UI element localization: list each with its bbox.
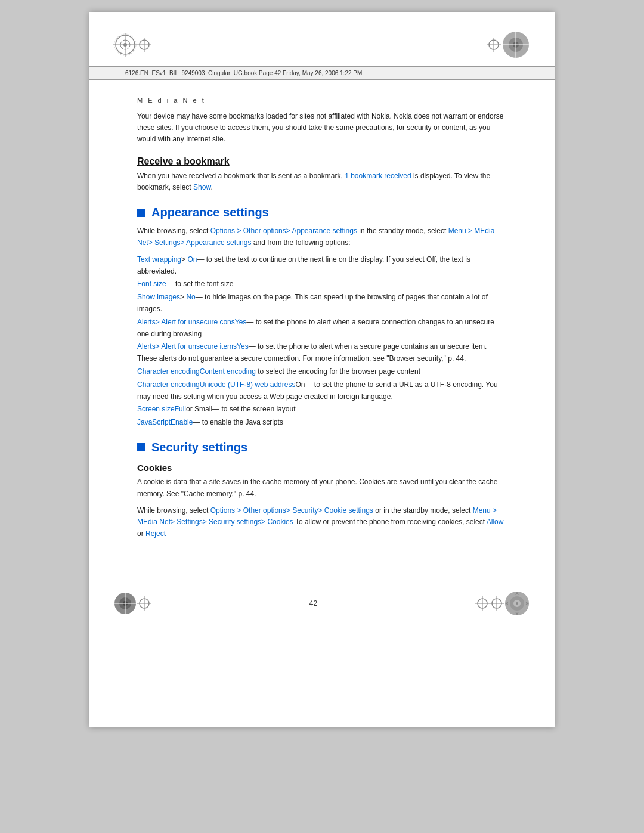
page-container: 6126.EN_ESv1_BIL_9249003_Cingular_UG.boo… (89, 12, 555, 727)
item-link-1[interactable]: Text wrapping (137, 255, 181, 264)
item-sep-3: > (180, 293, 186, 301)
cookies-reject-link[interactable]: Reject (145, 529, 166, 538)
cookies-text-1: While browsing, select (137, 506, 210, 515)
item-rest-9: — to enable the Java scripts (193, 418, 283, 426)
item-link-4b[interactable]: Yes (235, 318, 247, 326)
top-left-decoration (113, 33, 137, 57)
appearance-settings-heading: Appearance settings (137, 206, 507, 219)
bottom-center-right-crosshair (475, 596, 490, 611)
intro-paragraph: Your device may have some bookmarks load… (137, 111, 507, 145)
blue-square-icon-2 (137, 443, 145, 451)
item-link-2[interactable]: Font size (137, 280, 166, 288)
file-info: 6126.EN_ESv1_BIL_9249003_Cingular_UG.boo… (125, 70, 362, 76)
content-area: M E d i a N e t Your device may have som… (89, 80, 555, 569)
cookies-subheading: Cookies (137, 463, 507, 473)
top-center-right-crosshair (487, 38, 501, 52)
list-item: Screen sizeFullor Small— to set the scre… (137, 404, 507, 416)
item-link-6b[interactable]: Content encoding (200, 367, 256, 376)
receive-body-1: When you have received a bookmark that i… (137, 172, 345, 180)
security-settings-heading: Security settings (137, 441, 507, 454)
list-item: Show images> No— to hide images on the p… (137, 292, 507, 315)
item-rest-2: — to set the font size (166, 280, 234, 288)
top-right-decoration (501, 30, 531, 60)
list-item: Character encodingContent encoding to se… (137, 366, 507, 378)
cookies-links-1[interactable]: Options > Other options> Security> Cooki… (210, 506, 373, 515)
appearance-items-list: Text wrapping> On— to set the text to co… (137, 254, 507, 429)
bottom-right-crosshair (490, 596, 504, 611)
item-link-6[interactable]: Character encoding (137, 367, 200, 376)
crop-marks-top (89, 12, 555, 66)
list-item: Character encodingUnicode (UTF-8) web ad… (137, 379, 507, 403)
appearance-intro-1: While browsing, select (137, 227, 210, 235)
cookies-text-4: or (137, 529, 145, 538)
blue-square-icon (137, 209, 145, 217)
bottom-right-decoration (504, 590, 531, 617)
receive-body-3: . (210, 183, 212, 191)
media-net-label: M E d i a N e t (137, 97, 507, 104)
list-item: Font size— to set the font size (137, 278, 507, 290)
cookies-text-3: To allow or prevent the phone from recei… (293, 518, 487, 526)
appearance-intro-links[interactable]: Options > Other options> Appearance sett… (210, 227, 357, 235)
receive-bookmark-heading: Receive a bookmark (137, 156, 507, 167)
item-link-9b[interactable]: Enable (171, 418, 193, 426)
cookies-allow-link[interactable]: Allow (487, 518, 504, 526)
receive-link-1[interactable]: 1 bookmark received (345, 172, 411, 180)
list-item: Alerts> Alert for unsecure consYes— to s… (137, 317, 507, 340)
item-link-5b[interactable]: Yes (237, 342, 249, 351)
appearance-heading-text: Appearance settings (151, 206, 269, 219)
receive-bookmark-body: When you have received a bookmark that i… (137, 171, 507, 194)
cookies-body-2: While browsing, select Options > Other o… (137, 505, 507, 540)
top-center-left-crosshair (137, 38, 151, 52)
crop-marks-bottom: 42 (89, 581, 555, 626)
page-number: 42 (151, 599, 475, 608)
item-link-4[interactable]: Alerts> Alert for unsecure cons (137, 318, 235, 326)
item-link-3b[interactable]: No (186, 293, 195, 301)
item-link-3[interactable]: Show images (137, 293, 180, 301)
item-link-7b[interactable]: Unicode (UTF-8) web address (200, 380, 296, 389)
list-item: Alerts> Alert for unsecure itemsYes— to … (137, 341, 507, 365)
header-bar: 6126.EN_ESv1_BIL_9249003_Cingular_UG.boo… (89, 66, 555, 80)
item-link-8b[interactable]: Full (175, 405, 186, 413)
cookies-body-1: A cookie is data that a site saves in th… (137, 476, 507, 500)
bottom-center-left-crosshair (137, 596, 151, 611)
list-item: Text wrapping> On— to set the text to co… (137, 254, 507, 278)
security-heading-text: Security settings (151, 441, 247, 454)
svg-point-34 (516, 602, 518, 605)
bottom-left-circle (113, 592, 137, 615)
item-rest-6: to select the encoding for the browser p… (256, 367, 420, 376)
item-link-9[interactable]: JavaScript (137, 418, 171, 426)
appearance-intro: While browsing, select Options > Other o… (137, 225, 507, 249)
item-link-1b[interactable]: On (187, 255, 197, 264)
cookies-text-2: or in the standby mode, select (373, 506, 473, 515)
item-rest-8: or Small— to set the screen layout (186, 405, 295, 413)
item-link-8[interactable]: Screen size (137, 405, 175, 413)
item-link-5[interactable]: Alerts> Alert for unsecure items (137, 342, 237, 351)
list-item: JavaScriptEnable— to enable the Java scr… (137, 417, 507, 429)
receive-link-show[interactable]: Show (193, 183, 210, 191)
appearance-intro-2: in the standby mode, select (357, 227, 448, 235)
appearance-intro-3: and from the following options: (251, 239, 350, 247)
item-link-7[interactable]: Character encoding (137, 380, 200, 389)
item-sep-1: > (181, 255, 187, 264)
